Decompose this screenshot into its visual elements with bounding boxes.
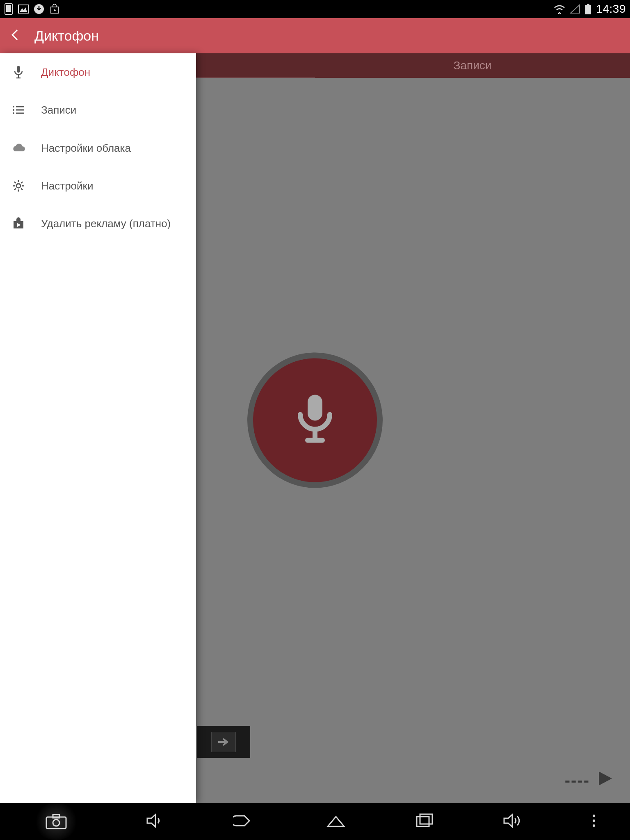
svg-rect-21 xyxy=(16,113,24,114)
svg-point-34 xyxy=(53,819,59,826)
battery-icon xyxy=(584,3,592,15)
system-nav-bar xyxy=(0,803,630,840)
svg-rect-13 xyxy=(17,66,20,73)
tablet-icon xyxy=(4,3,13,15)
svg-rect-7 xyxy=(585,5,591,14)
svg-rect-33 xyxy=(53,815,59,818)
nav-volume-up-button[interactable] xyxy=(502,813,525,831)
svg-rect-8 xyxy=(587,4,589,5)
status-clock: 14:39 xyxy=(596,2,626,16)
svg-line-30 xyxy=(21,182,23,183)
list-icon xyxy=(10,105,27,115)
record-button[interactable] xyxy=(247,353,383,488)
svg-rect-1 xyxy=(6,5,11,12)
drawer-item-recorder[interactable]: Диктофон xyxy=(0,53,196,91)
play-icon[interactable] xyxy=(596,770,614,791)
signal-icon xyxy=(570,4,580,14)
shop-play-icon xyxy=(10,217,27,230)
drawer-item-recordings[interactable]: Записи xyxy=(0,91,196,129)
svg-point-16 xyxy=(13,106,14,107)
nav-home-button[interactable] xyxy=(324,813,347,831)
play-ticker: ---- xyxy=(565,770,614,791)
drawer-item-remove-ads[interactable]: Удалить рекламу (платно) xyxy=(0,205,196,242)
svg-point-20 xyxy=(13,112,14,114)
nav-back-button[interactable] xyxy=(233,813,258,831)
ad-next-bar[interactable] xyxy=(197,726,250,758)
download-icon xyxy=(34,4,44,14)
image-icon xyxy=(18,5,29,14)
app-title: Диктофон xyxy=(34,28,99,44)
svg-marker-6 xyxy=(571,5,580,13)
drawer-item-label: Удалить рекламу (платно) xyxy=(41,217,171,230)
ticker-dashes: ---- xyxy=(565,771,590,790)
svg-line-28 xyxy=(21,189,23,190)
svg-marker-12 xyxy=(599,772,612,785)
back-button[interactable] xyxy=(8,27,23,44)
svg-rect-38 xyxy=(420,814,432,824)
nav-menu-button[interactable] xyxy=(591,813,596,831)
svg-point-41 xyxy=(593,819,595,822)
svg-rect-32 xyxy=(46,817,66,829)
drawer-item-label: Настройки xyxy=(41,180,94,192)
wifi-icon xyxy=(553,4,566,14)
svg-marker-3 xyxy=(20,7,27,12)
status-bar: 14:39 xyxy=(0,0,630,18)
drawer-item-label: Записи xyxy=(41,104,76,116)
drawer-item-settings[interactable]: Настройки xyxy=(0,167,196,205)
nav-recent-button[interactable] xyxy=(414,813,436,831)
svg-rect-19 xyxy=(16,110,24,111)
gear-icon xyxy=(10,179,27,192)
tab-recordings[interactable]: Записи xyxy=(315,53,630,78)
svg-marker-35 xyxy=(147,815,155,827)
svg-point-22 xyxy=(16,184,21,188)
app-header: Диктофон xyxy=(0,18,630,53)
drawer-item-cloud-settings[interactable]: Настройки облака xyxy=(0,129,196,167)
svg-line-29 xyxy=(14,189,16,190)
cloud-icon xyxy=(10,143,27,153)
arrow-right-icon xyxy=(211,732,236,752)
drawer-item-label: Диктофон xyxy=(41,66,90,79)
nav-volume-down-button[interactable] xyxy=(146,813,166,831)
svg-rect-37 xyxy=(417,817,429,826)
svg-marker-39 xyxy=(504,815,512,827)
microphone-icon xyxy=(10,65,27,79)
svg-rect-17 xyxy=(16,106,24,107)
svg-marker-5 xyxy=(54,9,56,11)
svg-line-27 xyxy=(14,182,16,183)
nav-screenshot-button[interactable] xyxy=(34,803,79,840)
svg-point-42 xyxy=(593,824,595,827)
navigation-drawer: Диктофон Записи Настройки облака xyxy=(0,53,196,803)
svg-point-40 xyxy=(593,815,595,817)
microphone-icon xyxy=(284,389,346,452)
svg-point-18 xyxy=(13,109,14,111)
svg-rect-9 xyxy=(308,395,322,421)
shop-icon xyxy=(49,4,60,14)
drawer-item-label: Настройки облака xyxy=(41,142,131,155)
